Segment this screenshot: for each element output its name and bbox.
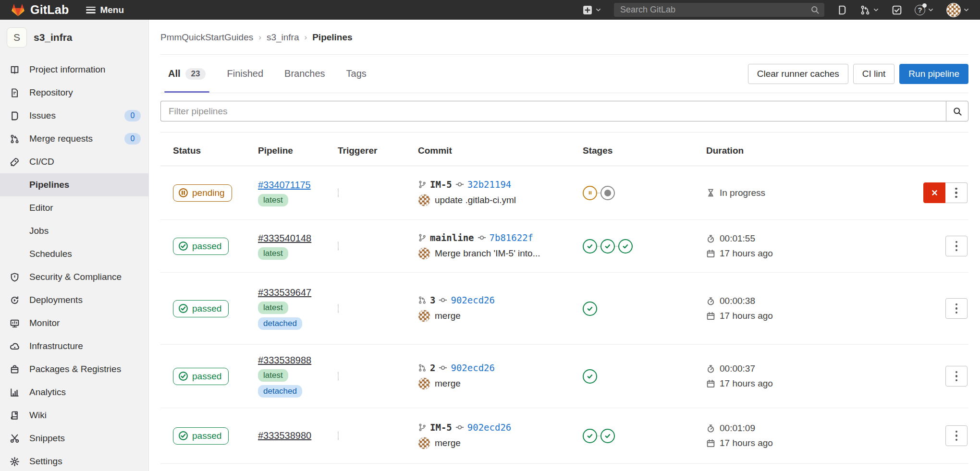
sidebar-item-merge-requests[interactable]: Merge requests 0 bbox=[0, 127, 148, 150]
sidebar-item-packages-registries[interactable]: Packages & Registries bbox=[0, 358, 148, 381]
todos-shortcut-button[interactable] bbox=[892, 5, 902, 15]
pipeline-actions-menu-button[interactable] bbox=[945, 298, 968, 319]
pipeline-row: passed #333540148 latest mainline 7b8162… bbox=[160, 220, 968, 273]
kebab-icon bbox=[956, 241, 958, 252]
check-circle-icon bbox=[178, 303, 188, 314]
triggerer-avatar[interactable] bbox=[338, 242, 339, 251]
help-menu-button[interactable]: ? bbox=[915, 5, 934, 15]
sidebar-item-snippets[interactable]: Snippets bbox=[0, 427, 148, 450]
stage-passed-icon[interactable] bbox=[618, 239, 633, 254]
pipeline-link[interactable]: #333538980 bbox=[258, 430, 311, 441]
ref-link[interactable]: IM-5 bbox=[430, 179, 452, 190]
stage-passed-icon[interactable] bbox=[583, 429, 597, 443]
stage-passed-icon[interactable] bbox=[583, 239, 597, 254]
breadcrumb-group-link[interactable]: PmmQuickStartGuides bbox=[160, 32, 253, 43]
status-badge-passed[interactable]: passed bbox=[173, 368, 229, 385]
pipeline-link[interactable]: #333540148 bbox=[258, 233, 311, 244]
cancel-pipeline-button[interactable] bbox=[923, 182, 945, 203]
sidebar-item-analytics[interactable]: Analytics bbox=[0, 381, 148, 404]
ref-link[interactable]: 2 bbox=[430, 362, 435, 373]
triggerer-avatar[interactable] bbox=[338, 372, 339, 381]
stage-passed-icon[interactable] bbox=[600, 239, 615, 254]
detached-badge: detached bbox=[258, 385, 302, 398]
stage-passed-icon[interactable] bbox=[583, 369, 597, 384]
commit-sha-link[interactable]: 902ecd26 bbox=[451, 362, 495, 373]
sidebar-item-settings[interactable]: Settings bbox=[0, 450, 148, 471]
book-icon bbox=[10, 65, 20, 75]
gitlab-home-link[interactable]: GitLab bbox=[11, 3, 69, 17]
pipeline-actions-menu-button[interactable] bbox=[945, 236, 968, 256]
commit-message-link[interactable]: update .gitlab-ci.yml bbox=[435, 195, 516, 205]
pipeline-link[interactable]: #333538988 bbox=[258, 355, 311, 366]
sidebar-item-schedules[interactable]: Schedules bbox=[0, 242, 148, 266]
status-badge-passed[interactable]: passed bbox=[173, 300, 229, 317]
commit-sha-link[interactable]: 32b21194 bbox=[467, 179, 512, 190]
menu-button[interactable]: Menu bbox=[86, 5, 124, 15]
tab-finished[interactable]: Finished bbox=[227, 55, 263, 93]
triggerer-avatar[interactable] bbox=[338, 431, 339, 440]
sidebar-item-project-information[interactable]: Project information bbox=[0, 58, 148, 81]
sidebar-item-repository[interactable]: Repository bbox=[0, 81, 148, 104]
ref-link[interactable]: IM-5 bbox=[430, 422, 452, 433]
wiki-icon bbox=[10, 411, 20, 421]
ci-lint-button[interactable]: CI lint bbox=[853, 64, 895, 84]
status-badge-passed[interactable]: passed bbox=[173, 238, 229, 255]
tab-all[interactable]: All 23 bbox=[168, 55, 206, 93]
commit-message-link[interactable]: merge bbox=[435, 311, 461, 321]
commit-author-avatar[interactable] bbox=[418, 194, 430, 206]
commit-sha-link[interactable]: 902ecd26 bbox=[467, 422, 512, 433]
pipeline-link[interactable]: #333539647 bbox=[258, 287, 311, 298]
commit-message-link[interactable]: Merge branch 'IM-5' into... bbox=[435, 248, 540, 259]
status-badge-pending[interactable]: pending bbox=[173, 184, 232, 202]
commit-author-avatar[interactable] bbox=[418, 377, 430, 390]
sidebar-item-infrastructure[interactable]: Infrastructure bbox=[0, 335, 148, 358]
sidebar-item-deployments[interactable]: Deployments bbox=[0, 289, 148, 312]
project-context-header[interactable]: S s3_infra bbox=[0, 20, 148, 54]
stage-passed-icon[interactable] bbox=[600, 429, 615, 443]
run-pipeline-button[interactable]: Run pipeline bbox=[899, 64, 968, 84]
filter-pipelines-input[interactable] bbox=[160, 101, 946, 121]
pipeline-actions-menu-button[interactable] bbox=[945, 366, 968, 386]
merge-requests-shortcut-button[interactable] bbox=[860, 5, 879, 15]
sidebar-item-cicd[interactable]: CI/CD bbox=[0, 150, 148, 173]
stage-created-icon[interactable] bbox=[600, 186, 615, 200]
commit-sha-link[interactable]: 7b81622f bbox=[490, 232, 534, 243]
clear-runner-caches-button[interactable]: Clear runner caches bbox=[748, 64, 848, 84]
filter-search-button[interactable] bbox=[946, 101, 968, 121]
sidebar-item-monitor[interactable]: Monitor bbox=[0, 312, 148, 335]
ref-link[interactable]: 3 bbox=[430, 295, 435, 305]
pipelines-page: PmmQuickStartGuides › s3_infra › Pipelin… bbox=[149, 20, 980, 471]
commit-author-avatar[interactable] bbox=[418, 437, 430, 449]
commit-message-link[interactable]: merge bbox=[435, 438, 461, 448]
search-input[interactable] bbox=[620, 5, 810, 15]
new-menu-button[interactable] bbox=[582, 5, 601, 15]
issues-icon bbox=[10, 111, 20, 121]
pipeline-link[interactable]: #334071175 bbox=[258, 180, 311, 191]
todos-icon bbox=[892, 5, 902, 15]
issues-shortcut-button[interactable] bbox=[837, 5, 847, 15]
triggerer-avatar[interactable] bbox=[338, 188, 339, 197]
commit-author-avatar[interactable] bbox=[418, 310, 430, 322]
breadcrumb-project-link[interactable]: s3_infra bbox=[267, 32, 299, 43]
sidebar-item-editor[interactable]: Editor bbox=[0, 196, 148, 219]
sidebar-item-wiki[interactable]: Wiki bbox=[0, 404, 148, 427]
tab-branches[interactable]: Branches bbox=[284, 55, 325, 93]
triggerer-avatar[interactable] bbox=[338, 304, 339, 313]
commit-author-avatar[interactable] bbox=[418, 247, 430, 260]
stage-passed-icon[interactable] bbox=[583, 302, 597, 316]
sidebar-item-security-compliance[interactable]: Security & Compliance bbox=[0, 266, 148, 289]
pipeline-actions-menu-button[interactable] bbox=[945, 182, 968, 203]
user-menu-button[interactable] bbox=[946, 3, 969, 17]
sidebar-item-jobs[interactable]: Jobs bbox=[0, 219, 148, 242]
status-badge-passed[interactable]: passed bbox=[173, 427, 229, 445]
sidebar-item-pipelines[interactable]: Pipelines bbox=[0, 173, 148, 196]
sidebar-item-issues[interactable]: Issues 0 bbox=[0, 104, 148, 127]
commit-sha-link[interactable]: 902ecd26 bbox=[451, 295, 495, 305]
merge-request-icon bbox=[10, 134, 20, 144]
commit-message-link[interactable]: merge bbox=[435, 378, 461, 389]
ref-link[interactable]: mainline bbox=[430, 232, 474, 243]
pipeline-actions-menu-button[interactable] bbox=[945, 425, 968, 446]
tab-tags[interactable]: Tags bbox=[346, 55, 367, 93]
stage-pending-icon[interactable] bbox=[583, 186, 597, 200]
global-search[interactable] bbox=[614, 3, 824, 17]
